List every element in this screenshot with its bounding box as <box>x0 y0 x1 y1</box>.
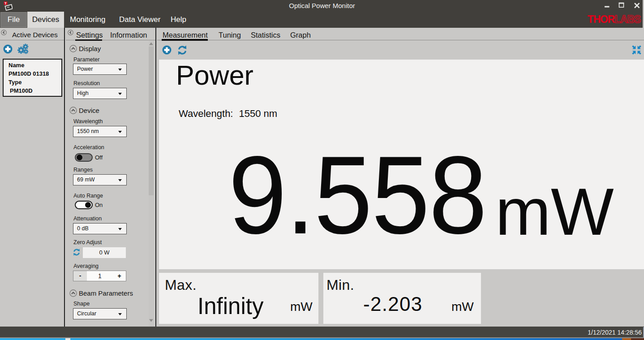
svg-text:T: T <box>4 1 7 5</box>
